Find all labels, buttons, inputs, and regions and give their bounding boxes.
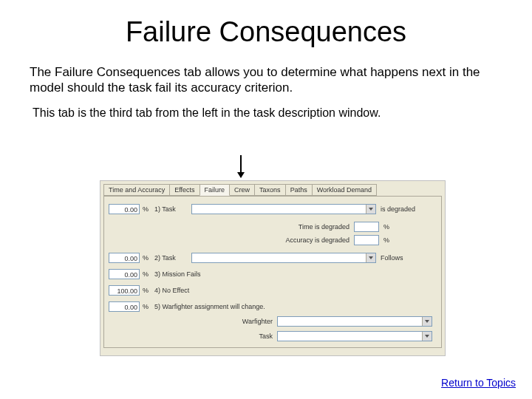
tab-body: 0.00 % 1) Task is degraded Time is degra…: [103, 196, 442, 348]
tab-paths[interactable]: Paths: [285, 184, 313, 196]
row2-value-input[interactable]: 0.00: [109, 253, 140, 263]
row4-label: 4) No Effect: [154, 287, 189, 294]
time-degraded-label: Time is degraded: [268, 223, 349, 231]
row4-value-input[interactable]: 100.00: [109, 285, 140, 296]
time-degraded-input[interactable]: [354, 222, 379, 232]
row3-pct: %: [143, 270, 151, 278]
accuracy-degraded-input[interactable]: [354, 235, 379, 245]
return-to-topics-link[interactable]: Return to Topics: [441, 377, 516, 389]
intro-text: The Failure Consequences tab allows you …: [30, 64, 502, 96]
row4-pct: %: [143, 287, 151, 294]
tab-strip: Time and Accuracy Effects Failure Crew T…: [100, 181, 445, 196]
row3-value-input[interactable]: 0.00: [109, 269, 140, 279]
accuracy-degraded-label: Accuracy is degraded: [268, 236, 349, 244]
page-title: Failure Consequences: [0, 0, 532, 48]
tab-failure[interactable]: Failure: [200, 184, 231, 196]
chevron-down-icon: [422, 332, 432, 341]
row2-task-combo[interactable]: [191, 253, 376, 263]
row2-pct: %: [143, 254, 151, 262]
chevron-down-icon: [422, 317, 432, 326]
screenshot-panel: Time and Accuracy Effects Failure Crew T…: [100, 180, 446, 356]
chevron-down-icon: [366, 205, 375, 214]
row2-suffix: Follows: [381, 254, 403, 262]
warfighter-label: Warfighter: [228, 318, 273, 325]
row1-label: 1) Task: [154, 205, 176, 213]
tab-effects[interactable]: Effects: [169, 184, 200, 196]
tab-taxons[interactable]: Taxons: [254, 184, 286, 196]
row5-label: 5) Warfighter assignment will change.: [154, 303, 265, 310]
row1-pct: %: [143, 205, 151, 213]
tab-time-and-accuracy[interactable]: Time and Accuracy: [103, 184, 170, 196]
row1-suffix: is degraded: [381, 205, 415, 213]
subnote-text: This tab is the third tab from the left …: [33, 106, 502, 120]
row1-task-combo[interactable]: [191, 204, 376, 214]
row2-label: 2) Task: [154, 254, 176, 262]
row5-pct: %: [143, 303, 151, 310]
row3-label: 3) Mission Fails: [154, 270, 201, 278]
task-combo[interactable]: [277, 331, 432, 341]
warfighter-combo[interactable]: [277, 316, 432, 327]
pointer-arrow-icon: [240, 155, 242, 177]
tab-crew[interactable]: Crew: [229, 184, 255, 196]
accuracy-degraded-unit: %: [383, 236, 389, 244]
task-label: Task: [228, 332, 273, 340]
chevron-down-icon: [366, 253, 375, 262]
tab-workload-demand[interactable]: Workload Demand: [312, 184, 377, 196]
row5-value-input[interactable]: 0.00: [109, 301, 140, 312]
row1-value-input[interactable]: 0.00: [109, 204, 140, 214]
time-degraded-unit: %: [383, 223, 389, 231]
